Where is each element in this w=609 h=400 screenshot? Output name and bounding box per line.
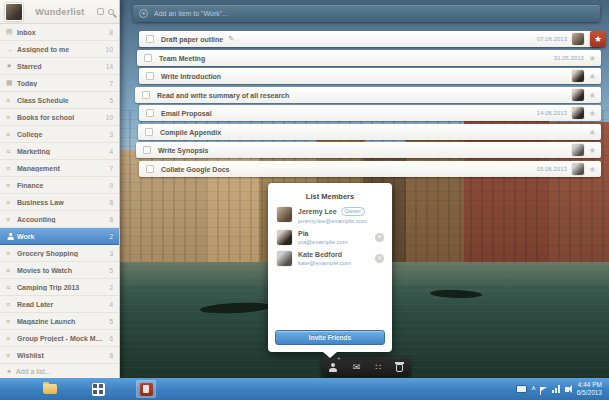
assignee-avatar[interactable] (572, 89, 584, 101)
sidebar-item-label: Grocery Shopping (17, 250, 106, 257)
starred-flag-icon[interactable]: ★ (590, 31, 606, 47)
add-member-icon (329, 363, 338, 372)
plus-icon: + (7, 368, 11, 375)
member-name: Kate Bedford (298, 251, 342, 258)
user-avatar[interactable] (5, 3, 23, 21)
task-row-read-and-write-summary[interactable]: Read and write summary of all research ★ (135, 87, 601, 103)
taskbar-clock[interactable]: 4:44 PM 6/5/2013 (577, 381, 605, 397)
action-center-flag-icon[interactable] (541, 387, 547, 391)
sidebar-item-label: Today (17, 80, 106, 87)
sidebar-item-magazine-launch[interactable]: ≡ Magazine Launch 5 (0, 313, 119, 330)
sidebar-item-today[interactable]: ▦ Today 7 (0, 75, 119, 92)
assignee-avatar[interactable] (572, 107, 584, 119)
sync-icon[interactable] (97, 8, 104, 15)
remove-member-icon[interactable]: ✕ (375, 254, 384, 263)
sidebar-item-movies-to-watch[interactable]: ≡ Movies to Watch 5 (0, 262, 119, 279)
star-icon[interactable]: ★ (589, 109, 596, 118)
sidebar-item-starred[interactable]: ★ Starred 14 (0, 58, 119, 75)
checkbox-icon[interactable] (144, 54, 152, 62)
star-icon: ★ (6, 62, 17, 70)
sidebar-item-college[interactable]: ≡ College 3 (0, 126, 119, 143)
sidebar-item-count: 8 (109, 199, 113, 206)
sidebar-item-books-for-school[interactable]: ≡ Books for school 10 (0, 109, 119, 126)
list-icon: ≡ (6, 352, 17, 359)
assignee-avatar[interactable] (572, 163, 584, 175)
shared-list-icon (6, 232, 17, 241)
keyboard-tray-icon[interactable] (516, 385, 527, 393)
list-icon: ≡ (6, 301, 17, 308)
sidebar-item-read-later[interactable]: ≡ Read Later 4 (0, 296, 119, 313)
checkbox-icon[interactable] (146, 72, 154, 80)
checkbox-icon[interactable] (142, 91, 150, 99)
sidebar-item-marketing[interactable]: ≡ Marketing 4 (0, 143, 119, 160)
sidebar-item-label: Magazine Launch (17, 318, 106, 325)
sidebar-item-management[interactable]: ≡ Management 7 (0, 160, 119, 177)
trash-icon[interactable] (396, 364, 403, 372)
sidebar-item-accounting[interactable]: ≡ Accounting 8 (0, 211, 119, 228)
sidebar-item-label: Finance (17, 182, 106, 189)
taskbar-wunderlist-button[interactable] (136, 380, 156, 398)
task-row-write-introduction[interactable]: Write Introduction ★ (139, 68, 601, 84)
list-icon: ≡ (6, 97, 17, 104)
star-icon[interactable]: ★ (589, 128, 596, 137)
sidebar-item-group-project[interactable]: ≡ Group Project - Mock Marke... 6 (0, 330, 119, 347)
checkbox-icon[interactable] (145, 128, 153, 136)
sidebar-item-grocery-shopping[interactable]: ≡ Grocery Shopping 3 (0, 245, 119, 262)
sidebar-item-wishlist[interactable]: ≡ Wishlist 8 (0, 347, 119, 364)
sidebar-item-count: 3 (109, 131, 113, 138)
edit-pencil-icon[interactable]: ✎ (228, 35, 234, 43)
list-icon: ≡ (6, 250, 17, 257)
taskbar-explorer-button[interactable] (40, 380, 60, 398)
sidebar-item-assigned-to-me[interactable]: → Assigned to me 10 (0, 41, 119, 58)
add-item-input[interactable] (154, 10, 594, 17)
task-row-team-meeting[interactable]: Team Meeting 31.05.2013 ★ (137, 50, 601, 66)
task-row-collate-google-docs[interactable]: Collate Google Docs 05.06.2013 ★ (139, 161, 601, 177)
sidebar-item-label: Read Later (17, 301, 106, 308)
checkbox-icon[interactable] (146, 109, 154, 117)
assignee-avatar[interactable] (572, 33, 584, 45)
add-list-button[interactable]: + Add a list... (0, 364, 119, 378)
task-row-compile-appendix[interactable]: Compile Appendix ★ (138, 124, 601, 140)
tray-expand-icon[interactable]: ^ (532, 386, 536, 393)
remove-member-icon[interactable]: ✕ (375, 233, 384, 242)
clock-date: 6/5/2013 (577, 389, 602, 397)
sidebar-item-count: 8 (109, 29, 113, 36)
sort-icon[interactable]: ∷ (375, 362, 381, 372)
sidebar-item-class-schedule[interactable]: ≡ Class Schedule 5 (0, 92, 119, 109)
assigned-icon: → (6, 46, 17, 53)
member-email: jeremy.lee@example.com (298, 218, 384, 224)
star-icon[interactable]: ★ (589, 54, 596, 63)
assignee-avatar[interactable] (572, 70, 584, 82)
checkbox-icon[interactable] (143, 146, 151, 154)
star-icon[interactable]: ★ (589, 165, 596, 174)
search-icon[interactable] (108, 9, 114, 15)
volume-icon[interactable] (565, 387, 569, 392)
sidebar-item-count: 8 (109, 216, 113, 223)
star-icon[interactable]: ★ (589, 72, 596, 81)
share-list-button[interactable]: + (329, 358, 338, 376)
list-icon: ≡ (6, 216, 17, 223)
sidebar-item-camping-trip-2013[interactable]: ≡ Camping Trip 2013 2 (0, 279, 119, 296)
sidebar-item-business-law[interactable]: ≡ Business Law 8 (0, 194, 119, 211)
assignee-avatar[interactable] (572, 144, 584, 156)
sidebar-item-label: Assigned to me (17, 46, 103, 53)
sidebar-item-finance[interactable]: ≡ Finance 9 (0, 177, 119, 194)
sidebar-item-count: 7 (109, 165, 113, 172)
checkbox-icon[interactable] (146, 165, 154, 173)
task-row-draft-paper-outline[interactable]: Draft paper outline ✎ 07.06.2013 ★ (139, 31, 601, 47)
taskbar-app-button[interactable] (88, 380, 108, 398)
sidebar: Wunderlist ▤ Inbox 8 → Assigned to me 10… (0, 0, 120, 378)
task-row-write-synopsis[interactable]: Write Synopsis ★ (136, 142, 601, 158)
sidebar-item-work-selected[interactable]: Work 2 (0, 228, 119, 245)
list-members-popup: List Members Jeremy Lee Owner jeremy.lee… (268, 183, 392, 352)
task-row-email-proposal[interactable]: Email Proposal 14.06.2013 ★ (139, 105, 601, 121)
star-icon[interactable]: ★ (589, 146, 596, 155)
app-title: Wunderlist (23, 7, 97, 17)
email-list-icon[interactable]: ✉ (353, 362, 361, 372)
sidebar-item-inbox[interactable]: ▤ Inbox 8 (0, 24, 119, 41)
sidebar-item-count: 10 (106, 114, 113, 121)
checkbox-icon[interactable] (146, 35, 154, 43)
network-signal-icon[interactable] (552, 385, 560, 393)
star-icon[interactable]: ★ (589, 91, 596, 100)
invite-friends-button[interactable]: Invite Friends (275, 330, 385, 345)
